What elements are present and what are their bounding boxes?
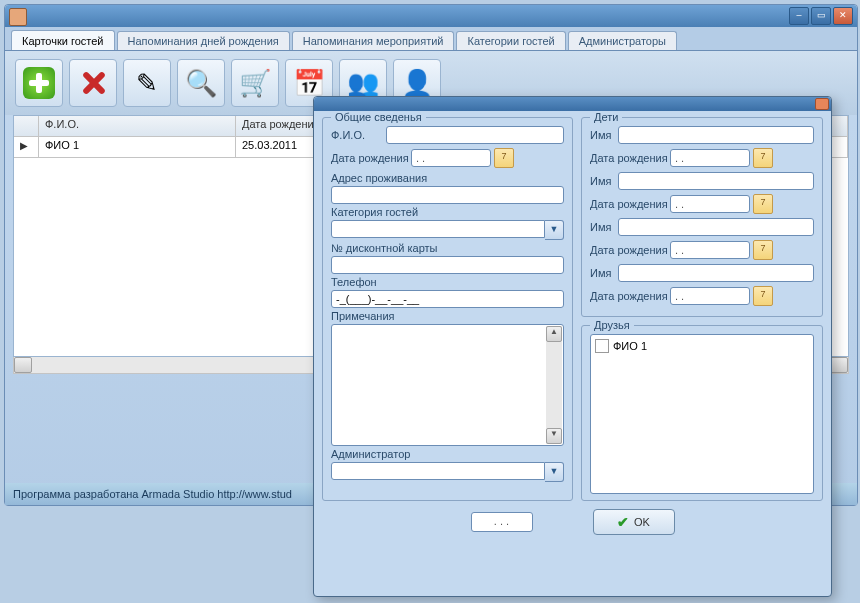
friend-label: ФИО 1 <box>613 340 647 352</box>
tab-event-reminders[interactable]: Напоминания мероприятий <box>292 31 455 50</box>
label-phone: Телефон <box>331 276 564 288</box>
child4-name-input[interactable] <box>618 264 814 282</box>
label-child-name: Имя <box>590 221 618 233</box>
friend-item[interactable]: ФИО 1 <box>595 339 809 353</box>
admin-input[interactable] <box>331 462 545 480</box>
admin-select[interactable]: ▼ <box>331 462 564 482</box>
guest-dialog: Общие сведенья Ф.И.О. Дата рождения . . … <box>313 96 832 597</box>
label-dob: Дата рождения <box>331 152 411 164</box>
scroll-left-button[interactable] <box>14 357 32 373</box>
fio-input[interactable] <box>386 126 564 144</box>
label-child-dob: Дата рождения <box>590 244 670 256</box>
scroll-down-button[interactable]: ▼ <box>546 428 562 444</box>
tab-guest-cards[interactable]: Карточки гостей <box>11 30 115 50</box>
calendar-button[interactable]: 7 <box>753 286 773 306</box>
child1-name-input[interactable] <box>618 126 814 144</box>
friends-list[interactable]: ФИО 1 <box>590 334 814 494</box>
cell-fio: ФИО 1 <box>39 137 236 157</box>
calendar-button[interactable]: 7 <box>753 240 773 260</box>
dialog-close-button[interactable] <box>815 98 829 110</box>
scroll-up-button[interactable]: ▲ <box>546 326 562 342</box>
dropdown-icon[interactable]: ▼ <box>545 462 564 482</box>
child2-name-input[interactable] <box>618 172 814 190</box>
phone-input[interactable] <box>331 290 564 308</box>
tab-birthday-reminders[interactable]: Напоминания дней рождения <box>117 31 290 50</box>
calendar-button[interactable]: 7 <box>753 194 773 214</box>
edit-icon: ✎ <box>136 67 158 99</box>
dob-calendar-button[interactable]: 7 <box>494 148 514 168</box>
main-titlebar[interactable]: – ▭ ✕ <box>5 5 857 27</box>
discount-input[interactable] <box>331 256 564 274</box>
child2-dob-input[interactable]: . . <box>670 195 750 213</box>
general-group: Общие сведенья Ф.И.О. Дата рождения . . … <box>322 117 573 501</box>
ok-button[interactable]: ✔ OK <box>593 509 675 535</box>
calendar-icon: 📅 <box>293 67 325 99</box>
stroller-button[interactable]: 🛒 <box>231 59 279 107</box>
friends-group-title: Друзья <box>590 319 634 331</box>
maximize-button[interactable]: ▭ <box>811 7 831 25</box>
children-group-title: Дети <box>590 111 622 123</box>
label-category: Категория гостей <box>331 206 564 218</box>
stroller-icon: 🛒 <box>239 67 271 99</box>
label-notes: Примечания <box>331 310 564 322</box>
tab-administrators[interactable]: Администраторы <box>568 31 677 50</box>
label-admin: Администратор <box>331 448 564 460</box>
category-select[interactable]: ▼ <box>331 220 564 240</box>
label-discount: № дисконтной карты <box>331 242 564 254</box>
footer-date-input[interactable]: . . . <box>471 512 533 532</box>
general-group-title: Общие сведенья <box>331 111 426 123</box>
col-fio[interactable]: Ф.И.О. <box>39 116 236 136</box>
child3-dob-input[interactable]: . . <box>670 241 750 259</box>
row-indicator-icon: ▶ <box>20 140 28 151</box>
add-button[interactable] <box>15 59 63 107</box>
edit-button[interactable]: ✎ <box>123 59 171 107</box>
label-child-name: Имя <box>590 129 618 141</box>
address-input[interactable] <box>331 186 564 204</box>
dropdown-icon[interactable]: ▼ <box>545 220 564 240</box>
add-user-icon: 👤 <box>401 67 433 99</box>
label-child-name: Имя <box>590 175 618 187</box>
child3-name-input[interactable] <box>618 218 814 236</box>
app-icon <box>9 8 27 26</box>
category-input[interactable] <box>331 220 545 238</box>
friend-checkbox[interactable] <box>595 339 609 353</box>
label-fio: Ф.И.О. <box>331 129 386 141</box>
child4-dob-input[interactable]: . . <box>670 287 750 305</box>
label-child-dob: Дата рождения <box>590 290 670 302</box>
notes-scrollbar[interactable]: ▲ ▼ <box>546 326 562 444</box>
close-button[interactable]: ✕ <box>833 7 853 25</box>
friends-group: Друзья ФИО 1 <box>581 325 823 501</box>
label-child-dob: Дата рождения <box>590 198 670 210</box>
x-icon <box>77 67 109 99</box>
plus-icon <box>23 67 55 99</box>
label-address: Адрес проживания <box>331 172 564 184</box>
scroll-right-button[interactable] <box>830 357 848 373</box>
calendar-button[interactable]: 7 <box>753 148 773 168</box>
ok-label: OK <box>634 516 650 528</box>
users-icon: 👥 <box>347 67 379 99</box>
notes-textarea[interactable]: ▲ ▼ <box>331 324 564 446</box>
check-icon: ✔ <box>617 514 629 530</box>
main-tabs: Карточки гостей Напоминания дней рождени… <box>5 27 857 51</box>
minimize-button[interactable]: – <box>789 7 809 25</box>
search-icon: 🔍 <box>185 67 217 99</box>
child1-dob-input[interactable]: . . <box>670 149 750 167</box>
dob-input[interactable]: . . <box>411 149 491 167</box>
dialog-titlebar[interactable] <box>314 97 831 111</box>
label-child-name: Имя <box>590 267 618 279</box>
delete-button[interactable] <box>69 59 117 107</box>
label-child-dob: Дата рождения <box>590 152 670 164</box>
search-button[interactable]: 🔍 <box>177 59 225 107</box>
tab-guest-categories[interactable]: Категории гостей <box>456 31 565 50</box>
children-group: Дети Имя Дата рождения. .7 Имя Дата рожд… <box>581 117 823 317</box>
